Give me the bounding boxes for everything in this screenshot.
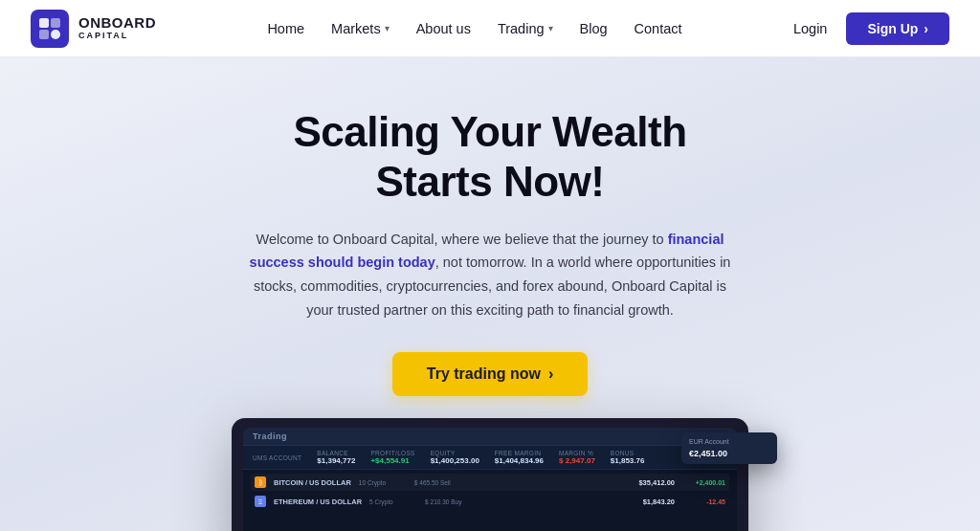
stat-margin: Margin % $ 2,947.07 <box>559 450 595 465</box>
row-asset-name: ETHEREUM / US DOLLAR <box>274 498 362 506</box>
cta-button[interactable]: Try trading now › <box>392 352 588 396</box>
site-header: ONBOARD CAPITAL Home Markets ▾ About us … <box>0 0 980 57</box>
signup-arrow-icon: › <box>924 21 928 36</box>
hero-section: Scaling Your Wealth Starts Now! Welcome … <box>0 57 980 531</box>
trading-rows: ₿ BITCOIN / US DOLLAR 10 Crypto $ 465.50… <box>243 470 737 531</box>
laptop-body: Trading UMS Account Balance $1,394,772 P… <box>232 418 748 531</box>
markets-chevron-icon: ▾ <box>385 23 390 33</box>
svg-point-3 <box>51 30 60 39</box>
btc-icon: ₿ <box>255 476 266 488</box>
nav-trading[interactable]: Trading ▾ <box>498 21 553 36</box>
table-row: ₿ BITCOIN / US DOLLAR 10 Crypto $ 465.50… <box>251 474 729 491</box>
row-extra: $ 210.30 Buy <box>425 498 473 505</box>
nav-home[interactable]: Home <box>267 21 304 36</box>
login-button[interactable]: Login <box>793 21 827 36</box>
stat-free-margin: Free Margin $1,404,834.96 <box>495 450 544 465</box>
row-change: +2,400.01 <box>682 479 725 486</box>
stat-bonus: Bonus $1,853.76 <box>611 450 645 465</box>
logo-icon <box>31 10 69 48</box>
hero-description: Welcome to Onboard Capital, where we bel… <box>241 228 739 322</box>
eth-icon: Ξ <box>255 496 266 507</box>
nav-markets[interactable]: Markets ▾ <box>331 21 390 36</box>
laptop-mockup: Trading UMS Account Balance $1,394,772 P… <box>232 418 748 531</box>
row-price: $35,412.00 <box>638 478 675 487</box>
signup-label: Sign Up <box>867 21 918 36</box>
hero-desc-before: Welcome to Onboard Capital, where we bel… <box>256 232 668 247</box>
table-row: Ξ ETHEREUM / US DOLLAR 5 Crypto $ 210.30… <box>251 493 729 510</box>
trading-chevron-icon: ▾ <box>548 23 553 33</box>
nav-about[interactable]: About us <box>416 21 471 36</box>
panel-value: €2,451.00 <box>689 449 769 458</box>
nav-blog[interactable]: Blog <box>580 21 608 36</box>
row-sub: 5 Crypto <box>369 498 417 505</box>
signup-button[interactable]: Sign Up › <box>846 12 949 45</box>
svg-rect-1 <box>51 18 60 28</box>
logo-brand-name: ONBOARD <box>78 15 156 32</box>
stat-profit: Profit/Loss +$4,554.91 <box>370 450 414 465</box>
stat-balance: Balance $1,394,772 <box>317 450 355 465</box>
laptop-screen: Trading UMS Account Balance $1,394,772 P… <box>243 428 737 531</box>
panel-label: EUR Account <box>689 438 769 445</box>
svg-rect-0 <box>39 18 49 28</box>
stat-account: UMS Account <box>253 454 301 461</box>
logo-text: ONBOARD CAPITAL <box>78 15 156 40</box>
row-extra: $ 465.50 Sell <box>414 479 462 486</box>
trading-header: Trading <box>243 428 737 446</box>
svg-rect-2 <box>39 30 49 39</box>
stat-equity: Equity $1,400,253.00 <box>431 450 479 465</box>
logo-tagline: CAPITAL <box>78 32 156 41</box>
trading-ui: Trading UMS Account Balance $1,394,772 P… <box>243 428 737 531</box>
right-panel: EUR Account €2,451.00 <box>681 432 777 464</box>
row-price: $1,843.20 <box>643 498 675 506</box>
row-sub: 10 Crypto <box>359 479 407 486</box>
trading-stats-row: UMS Account Balance $1,394,772 Profit/Lo… <box>243 446 737 470</box>
nav-contact[interactable]: Contact <box>635 21 682 36</box>
main-nav: Home Markets ▾ About us Trading ▾ Blog C… <box>267 21 681 36</box>
cta-label: Try trading now <box>427 365 541 383</box>
logo-area[interactable]: ONBOARD CAPITAL <box>31 10 156 48</box>
hero-content: Scaling Your Wealth Starts Now! Welcome … <box>241 107 739 396</box>
row-change: -12.45 <box>682 498 725 505</box>
hero-title: Scaling Your Wealth Starts Now! <box>241 107 739 207</box>
cta-arrow-icon: › <box>548 365 553 383</box>
header-actions: Login Sign Up › <box>793 12 949 45</box>
row-asset-name: BITCOIN / US DOLLAR <box>274 478 351 487</box>
